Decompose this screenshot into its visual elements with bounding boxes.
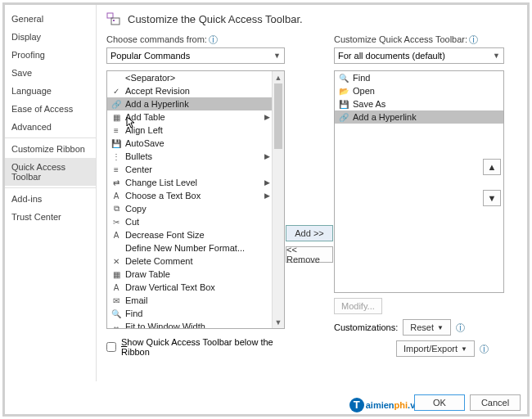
columns: Choose commands from: i Popular Commands… [106,34,519,357]
dialog-footer: OK Cancel [414,394,521,411]
list-item[interactable]: Define New Number Format... [107,241,284,255]
list-item[interactable]: 🔍Find [107,307,284,320]
scrollbar[interactable]: ▲ ▼ [272,71,284,328]
list-item-label: Bullets [125,151,259,161]
sidebar-item-trust-center[interactable]: Trust Center [5,208,96,226]
list-item[interactable]: ▦Draw Table [107,268,284,281]
list-item[interactable]: 🔗Add a Hyperlink [335,110,503,124]
list-item[interactable]: <Separator> [107,71,284,84]
chevron-down-icon: ▼ [273,52,281,60]
move-down-button[interactable]: ▼ [483,190,501,206]
list-item[interactable]: ✓Accept Revision [107,84,284,97]
list-item[interactable]: 📂Open [335,84,503,97]
command-icon: ▦ [110,111,122,123]
list-item[interactable]: ≡Align Left [107,124,284,137]
list-item[interactable]: ≡Center [107,163,284,176]
list-item[interactable]: ▦Add Table▶ [107,110,284,124]
list-item-label: Save As [353,99,502,109]
svg-rect-1 [111,18,119,25]
main-panel: Customize the Quick Access Toolbar. Choo… [97,5,527,381]
sidebar-item-save[interactable]: Save [5,64,96,82]
import-export-row: Import/Export▼ i [396,340,504,357]
customizations-label: Customizations: [334,322,398,332]
reset-button[interactable]: Reset▼ [403,319,451,336]
list-item-label: Find [125,309,271,318]
list-item[interactable]: 🔗Add a Hyperlink [107,97,284,110]
ok-button[interactable]: OK [414,394,465,411]
svg-rect-2 [113,20,115,21]
list-item-label: Fit to Window Width [125,322,271,329]
modify-button: Modify... [334,298,382,314]
list-item-label: Accept Revision [125,86,271,96]
list-item[interactable]: ✉Email [107,294,284,307]
available-commands-list[interactable]: ▲ ▼ <Separator>✓Accept Revision🔗Add a Hy… [106,70,285,329]
list-item[interactable]: 💾AutoSave [107,137,284,150]
info-icon[interactable]: i [209,35,218,44]
command-icon: 📂 [338,85,349,97]
cancel-button[interactable]: Cancel [470,394,521,411]
current-commands-list[interactable]: 🔍Find📂Open💾Save As🔗Add a Hyperlink [334,70,504,293]
svg-rect-0 [107,13,113,18]
info-icon[interactable]: i [469,35,478,44]
command-icon: ⇄ [110,177,122,188]
command-icon: A [110,282,122,293]
sidebar-item-display[interactable]: Display [5,28,96,46]
sidebar-item-quick-access-toolbar[interactable]: Quick Access Toolbar [5,158,96,186]
dialog-content: GeneralDisplayProofingSaveLanguageEase o… [5,5,527,381]
list-item-label: Email [125,295,271,305]
scroll-down-icon[interactable]: ▼ [273,316,284,328]
chevron-down-icon: ▼ [461,345,467,353]
list-item[interactable]: AChoose a Text Box▶ [107,189,284,202]
sidebar-item-ease-of-access[interactable]: Ease of Access [5,100,96,118]
list-item-label: Cut [125,217,271,227]
show-below-ribbon-row: Show Quick Access Toolbar below the Ribb… [106,337,285,357]
move-up-button[interactable]: ▲ [483,159,501,175]
submenu-icon: ▶ [263,178,271,187]
list-item-label: Align Left [125,125,271,135]
sidebar-item-proofing[interactable]: Proofing [5,46,96,64]
list-item[interactable]: ADraw Vertical Text Box [107,281,284,294]
list-item[interactable]: ⋮Bullets▶ [107,150,284,163]
list-item-label: Change List Level [125,178,259,187]
options-dialog: GeneralDisplayProofingSaveLanguageEase o… [2,2,530,417]
remove-button[interactable]: << Remove [286,246,333,263]
info-icon[interactable]: i [480,345,489,354]
watermark: Taimienphi.vn [349,397,421,412]
list-item[interactable]: ✕Delete Comment [107,255,284,268]
info-icon[interactable]: i [456,323,465,332]
command-icon: ↔ [110,321,122,329]
show-below-ribbon-checkbox[interactable] [106,342,116,352]
list-item-label: AutoSave [125,138,271,148]
command-icon: ✂ [110,216,122,228]
list-item[interactable]: 💾Save As [335,97,503,110]
list-item-label: Draw Table [125,269,271,279]
list-item[interactable]: ⧉Copy [107,202,284,215]
list-item[interactable]: ✂Cut [107,215,284,228]
scroll-thumb[interactable] [274,83,282,149]
sidebar: GeneralDisplayProofingSaveLanguageEase o… [5,5,97,381]
sidebar-item-language[interactable]: Language [5,82,96,100]
sidebar-separator [5,187,96,188]
reorder-buttons: ▲ ▼ [483,159,501,206]
sidebar-item-advanced[interactable]: Advanced [5,118,96,136]
customizations-row: Customizations: Reset▼ i [334,319,504,336]
add-button[interactable]: Add >> [286,225,333,241]
scroll-up-icon[interactable]: ▲ [273,71,284,83]
sidebar-item-customize-ribbon[interactable]: Customize Ribbon [5,140,96,158]
command-icon [110,72,122,83]
list-item[interactable]: 🔍Find [335,71,503,84]
list-item-label: Delete Comment [125,256,271,266]
panel-header: Customize the Quick Access Toolbar. [106,11,519,26]
panel-title: Customize the Quick Access Toolbar. [128,13,303,25]
list-item[interactable]: ⇄Change List Level▶ [107,176,284,189]
list-item-label: Center [125,164,271,174]
import-export-button[interactable]: Import/Export▼ [396,340,475,357]
qat-scope-combo[interactable]: For all documents (default) ▼ [334,47,504,64]
sidebar-item-add-ins[interactable]: Add-ins [5,190,96,208]
list-item[interactable]: ↔Fit to Window Width [107,320,284,329]
list-item-label: Find [353,73,502,83]
list-item-label: Add a Hyperlink [125,99,271,109]
list-item[interactable]: ADecrease Font Size [107,228,284,241]
commands-source-combo[interactable]: Popular Commands ▼ [106,47,285,64]
sidebar-item-general[interactable]: General [5,10,96,28]
